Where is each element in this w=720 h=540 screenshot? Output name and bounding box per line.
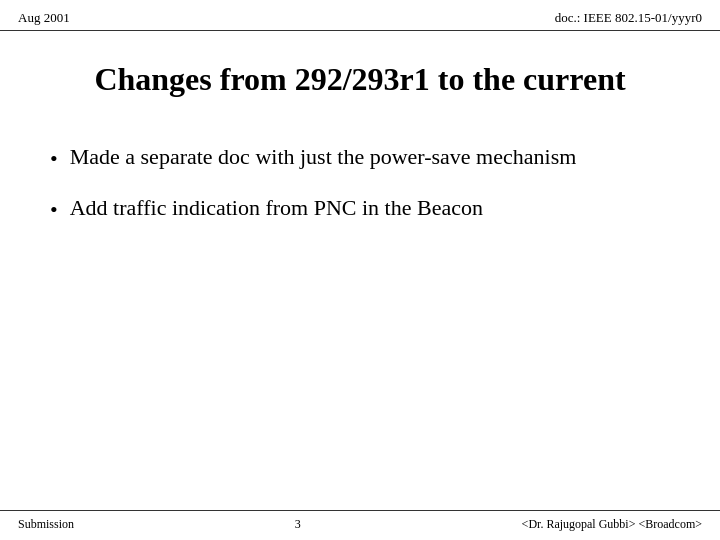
bullet-text-1: Made a separate doc with just the power-… [70,141,670,173]
slide-title: Changes from 292/293r1 to the current [30,59,690,101]
header-doc-id: doc.: IEEE 802.15-01/yyyr0 [555,10,702,26]
bullet-symbol-1: • [50,143,58,175]
bullet-text-2: Add traffic indication from PNC in the B… [70,192,670,224]
slide: Aug 2001 doc.: IEEE 802.15-01/yyyr0 Chan… [0,0,720,540]
bullet-symbol-2: • [50,194,58,226]
header-date: Aug 2001 [18,10,70,26]
footer-author: <Dr. Rajugopal Gubbi> <Broadcom> [522,517,702,532]
slide-content: • Made a separate doc with just the powe… [0,131,720,255]
slide-footer: Submission 3 <Dr. Rajugopal Gubbi> <Broa… [0,510,720,540]
bullet-item-2: • Add traffic indication from PNC in the… [50,192,670,226]
slide-header: Aug 2001 doc.: IEEE 802.15-01/yyyr0 [0,0,720,31]
footer-page-number: 3 [295,517,301,532]
footer-submission: Submission [18,517,74,532]
bullet-item-1: • Made a separate doc with just the powe… [50,141,670,175]
